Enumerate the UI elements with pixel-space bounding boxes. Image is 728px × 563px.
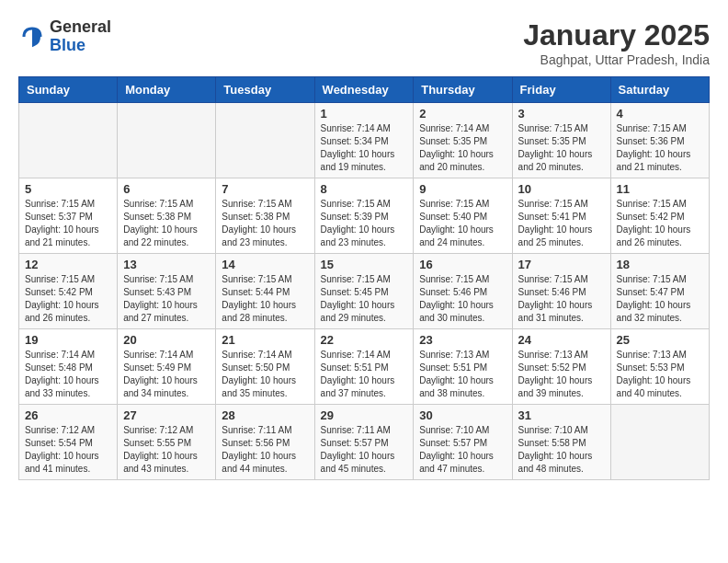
day-number: 18 <box>617 258 703 271</box>
calendar-cell: 5Sunrise: 7:15 AMSunset: 5:37 PMDaylight… <box>19 178 118 254</box>
day-header-sunday: Sunday <box>19 77 118 103</box>
calendar-cell: 27Sunrise: 7:12 AMSunset: 5:55 PMDayligh… <box>118 405 216 480</box>
logo: General Blue <box>18 18 111 55</box>
day-detail: Sunrise: 7:11 AMSunset: 5:57 PMDaylight:… <box>321 424 408 476</box>
calendar-cell: 31Sunrise: 7:10 AMSunset: 5:58 PMDayligh… <box>512 405 610 480</box>
logo-icon <box>18 23 46 51</box>
day-header-thursday: Thursday <box>414 77 512 103</box>
calendar-cell: 9Sunrise: 7:15 AMSunset: 5:40 PMDaylight… <box>414 178 512 254</box>
calendar-cell <box>118 103 216 178</box>
calendar-cell: 26Sunrise: 7:12 AMSunset: 5:54 PMDayligh… <box>19 405 118 480</box>
calendar-cell: 13Sunrise: 7:15 AMSunset: 5:43 PMDayligh… <box>118 254 216 329</box>
day-detail: Sunrise: 7:15 AMSunset: 5:44 PMDaylight:… <box>222 273 308 325</box>
day-number: 11 <box>617 182 703 196</box>
day-detail: Sunrise: 7:15 AMSunset: 5:46 PMDaylight:… <box>419 273 506 325</box>
day-header-wednesday: Wednesday <box>314 77 414 103</box>
day-number: 7 <box>222 182 308 196</box>
day-number: 1 <box>321 107 408 121</box>
calendar-cell <box>610 405 709 480</box>
calendar-cell: 10Sunrise: 7:15 AMSunset: 5:41 PMDayligh… <box>512 178 610 254</box>
calendar-cell: 30Sunrise: 7:10 AMSunset: 5:57 PMDayligh… <box>414 405 512 480</box>
day-header-monday: Monday <box>118 77 216 103</box>
calendar-cell: 23Sunrise: 7:13 AMSunset: 5:51 PMDayligh… <box>414 329 512 405</box>
calendar-cell: 15Sunrise: 7:15 AMSunset: 5:45 PMDayligh… <box>314 254 414 329</box>
day-number: 20 <box>123 333 210 347</box>
day-number: 4 <box>617 107 703 121</box>
calendar-week-row: 19Sunrise: 7:14 AMSunset: 5:48 PMDayligh… <box>19 329 710 405</box>
day-number: 9 <box>419 182 506 196</box>
day-number: 6 <box>123 182 210 196</box>
day-detail: Sunrise: 7:15 AMSunset: 5:36 PMDaylight:… <box>617 122 703 174</box>
day-detail: Sunrise: 7:11 AMSunset: 5:56 PMDaylight:… <box>222 424 308 476</box>
day-number: 29 <box>321 408 408 422</box>
calendar-cell: 3Sunrise: 7:15 AMSunset: 5:35 PMDaylight… <box>512 103 610 178</box>
day-number: 12 <box>25 258 111 271</box>
day-detail: Sunrise: 7:12 AMSunset: 5:54 PMDaylight:… <box>25 424 111 476</box>
day-number: 8 <box>321 182 408 196</box>
day-detail: Sunrise: 7:14 AMSunset: 5:48 PMDaylight:… <box>25 349 111 400</box>
day-detail: Sunrise: 7:15 AMSunset: 5:37 PMDaylight:… <box>25 198 111 249</box>
day-detail: Sunrise: 7:13 AMSunset: 5:51 PMDaylight:… <box>419 349 506 400</box>
day-number: 16 <box>419 258 506 271</box>
day-number: 13 <box>123 258 210 271</box>
day-detail: Sunrise: 7:15 AMSunset: 5:46 PMDaylight:… <box>518 273 605 325</box>
calendar-week-row: 12Sunrise: 7:15 AMSunset: 5:42 PMDayligh… <box>19 254 710 329</box>
day-detail: Sunrise: 7:14 AMSunset: 5:51 PMDaylight:… <box>321 349 408 400</box>
calendar-cell: 6Sunrise: 7:15 AMSunset: 5:38 PMDaylight… <box>118 178 216 254</box>
calendar-cell: 25Sunrise: 7:13 AMSunset: 5:53 PMDayligh… <box>610 329 709 405</box>
calendar-cell: 2Sunrise: 7:14 AMSunset: 5:35 PMDaylight… <box>414 103 512 178</box>
day-number: 14 <box>222 258 308 271</box>
day-number: 2 <box>419 107 506 121</box>
day-number: 31 <box>518 408 605 422</box>
day-detail: Sunrise: 7:15 AMSunset: 5:38 PMDaylight:… <box>123 198 210 249</box>
day-detail: Sunrise: 7:14 AMSunset: 5:50 PMDaylight:… <box>222 349 308 400</box>
day-number: 28 <box>222 408 308 422</box>
day-header-saturday: Saturday <box>610 77 709 103</box>
calendar-cell: 7Sunrise: 7:15 AMSunset: 5:38 PMDaylight… <box>216 178 314 254</box>
day-detail: Sunrise: 7:15 AMSunset: 5:47 PMDaylight:… <box>617 273 703 325</box>
day-detail: Sunrise: 7:15 AMSunset: 5:38 PMDaylight:… <box>222 198 308 249</box>
calendar-cell: 14Sunrise: 7:15 AMSunset: 5:44 PMDayligh… <box>216 254 314 329</box>
location-subtitle: Baghpat, Uttar Pradesh, India <box>523 52 710 67</box>
day-detail: Sunrise: 7:14 AMSunset: 5:35 PMDaylight:… <box>419 122 506 174</box>
day-detail: Sunrise: 7:13 AMSunset: 5:53 PMDaylight:… <box>617 349 703 400</box>
day-number: 25 <box>617 333 703 347</box>
day-header-tuesday: Tuesday <box>216 77 314 103</box>
day-detail: Sunrise: 7:15 AMSunset: 5:39 PMDaylight:… <box>321 198 408 249</box>
day-detail: Sunrise: 7:14 AMSunset: 5:34 PMDaylight:… <box>321 122 408 174</box>
day-number: 17 <box>518 258 605 271</box>
calendar-cell: 18Sunrise: 7:15 AMSunset: 5:47 PMDayligh… <box>610 254 709 329</box>
calendar-cell <box>216 103 314 178</box>
day-detail: Sunrise: 7:13 AMSunset: 5:52 PMDaylight:… <box>518 349 605 400</box>
calendar-cell: 24Sunrise: 7:13 AMSunset: 5:52 PMDayligh… <box>512 329 610 405</box>
calendar-cell: 8Sunrise: 7:15 AMSunset: 5:39 PMDaylight… <box>314 178 414 254</box>
calendar-cell: 28Sunrise: 7:11 AMSunset: 5:56 PMDayligh… <box>216 405 314 480</box>
day-number: 27 <box>123 408 210 422</box>
day-detail: Sunrise: 7:12 AMSunset: 5:55 PMDaylight:… <box>123 424 210 476</box>
title-section: January 2025 Baghpat, Uttar Pradesh, Ind… <box>523 18 710 67</box>
day-detail: Sunrise: 7:15 AMSunset: 5:42 PMDaylight:… <box>617 198 703 249</box>
day-number: 26 <box>25 408 111 422</box>
day-detail: Sunrise: 7:15 AMSunset: 5:35 PMDaylight:… <box>518 122 605 174</box>
calendar-cell: 20Sunrise: 7:14 AMSunset: 5:49 PMDayligh… <box>118 329 216 405</box>
calendar-cell: 19Sunrise: 7:14 AMSunset: 5:48 PMDayligh… <box>19 329 118 405</box>
day-detail: Sunrise: 7:15 AMSunset: 5:40 PMDaylight:… <box>419 198 506 249</box>
day-number: 10 <box>518 182 605 196</box>
day-header-friday: Friday <box>512 77 610 103</box>
calendar-week-row: 26Sunrise: 7:12 AMSunset: 5:54 PMDayligh… <box>19 405 710 480</box>
calendar-cell: 22Sunrise: 7:14 AMSunset: 5:51 PMDayligh… <box>314 329 414 405</box>
day-detail: Sunrise: 7:10 AMSunset: 5:58 PMDaylight:… <box>518 424 605 476</box>
day-detail: Sunrise: 7:15 AMSunset: 5:45 PMDaylight:… <box>321 273 408 325</box>
calendar-week-row: 1Sunrise: 7:14 AMSunset: 5:34 PMDaylight… <box>19 103 710 178</box>
calendar-header-row: SundayMondayTuesdayWednesdayThursdayFrid… <box>19 77 710 103</box>
calendar-cell <box>19 103 118 178</box>
day-detail: Sunrise: 7:15 AMSunset: 5:41 PMDaylight:… <box>518 198 605 249</box>
day-number: 5 <box>25 182 111 196</box>
calendar-cell: 21Sunrise: 7:14 AMSunset: 5:50 PMDayligh… <box>216 329 314 405</box>
day-detail: Sunrise: 7:15 AMSunset: 5:42 PMDaylight:… <box>25 273 111 325</box>
calendar-cell: 11Sunrise: 7:15 AMSunset: 5:42 PMDayligh… <box>610 178 709 254</box>
day-number: 22 <box>321 333 408 347</box>
logo-text: General Blue <box>50 18 111 55</box>
day-number: 23 <box>419 333 506 347</box>
day-number: 24 <box>518 333 605 347</box>
